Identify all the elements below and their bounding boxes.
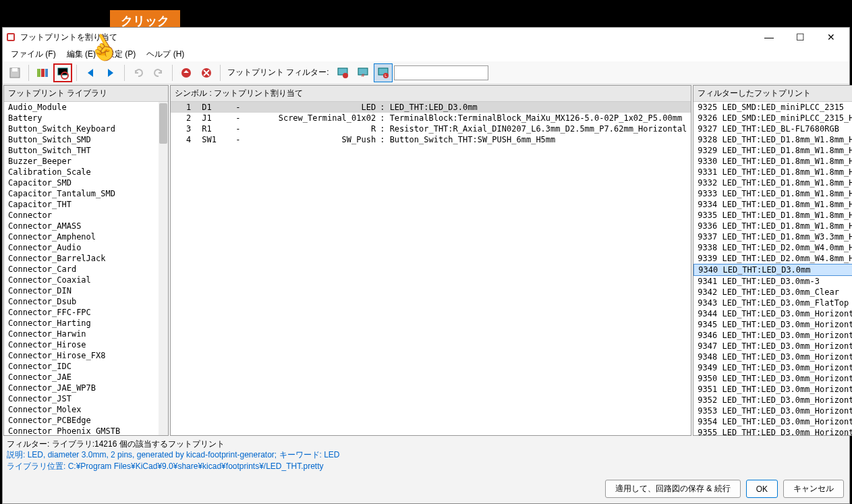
callout-label: クリック xyxy=(110,10,180,27)
